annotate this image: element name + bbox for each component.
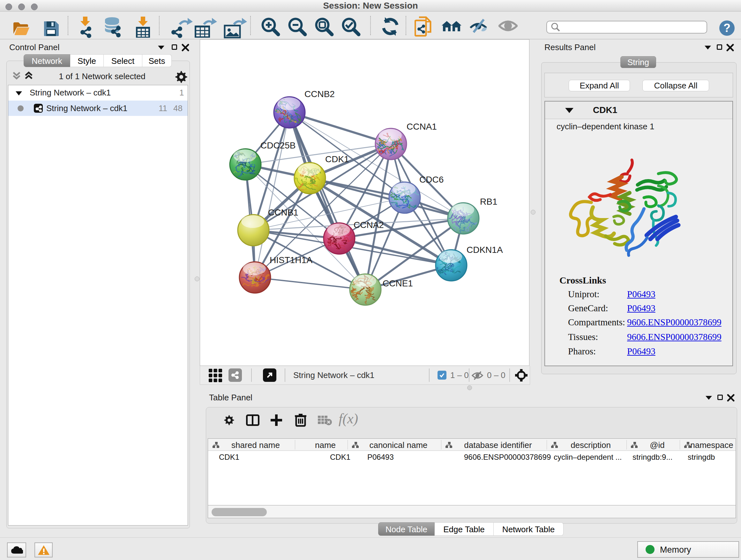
svg-text:HIST1H1A: HIST1H1A: [270, 255, 313, 265]
svg-text:CDK1: CDK1: [325, 154, 349, 164]
svg-text:CDC6: CDC6: [419, 175, 444, 185]
svg-text:RB1: RB1: [480, 197, 497, 206]
svg-text:CCNA1: CCNA1: [407, 122, 437, 132]
svg-text:CCNA2: CCNA2: [354, 220, 384, 230]
svg-text:CCNE1: CCNE1: [383, 278, 413, 288]
svg-text:CCNB1: CCNB1: [268, 207, 298, 217]
svg-text:CDC25B: CDC25B: [260, 140, 295, 150]
svg-text:CDKN1A: CDKN1A: [467, 245, 503, 255]
svg-text:CCNB2: CCNB2: [305, 89, 335, 99]
